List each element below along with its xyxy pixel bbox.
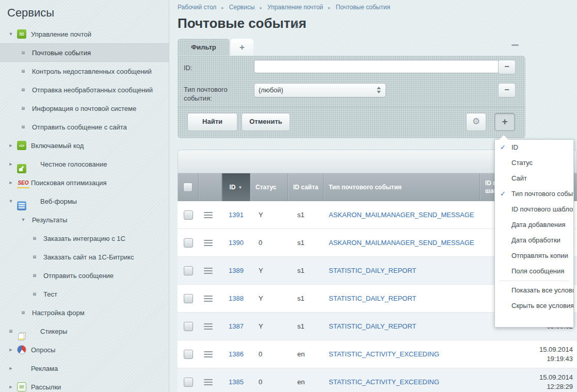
sidebar-item[interactable]: ►</>Включаемый код — [0, 136, 169, 155]
add-filter-tab[interactable]: + — [231, 39, 253, 56]
row-checkbox[interactable] — [184, 210, 193, 220]
event-type-link[interactable]: STATISTIC_DAILY_REPORT — [329, 322, 416, 330]
expand-arrow-icon[interactable]: ► — [8, 143, 13, 148]
dropdown-field-label: Сайт — [511, 174, 527, 182]
header-status[interactable]: Статус — [250, 173, 288, 201]
sidebar-item[interactable]: Информация о почтовой системе — [0, 99, 169, 118]
sidebar-item[interactable]: Отправить сообщение с сайта — [0, 118, 169, 136]
tab-filter[interactable]: Фильтр — [178, 39, 230, 56]
dropdown-field-label: ID почтового шаблона — [511, 205, 573, 213]
expand-arrow-icon[interactable]: ► — [8, 366, 13, 371]
sidebar-item[interactable]: ►SEOПоисковая оптимизация — [0, 173, 169, 192]
row-event-type-cell: STATISTIC_ACTIVITY_EXCEEDING — [324, 368, 480, 392]
breadcrumb-link[interactable]: Рабочий стол — [178, 4, 216, 11]
row-checkbox[interactable] — [184, 294, 193, 303]
filter-settings-gear-icon[interactable]: ⚙ — [466, 113, 486, 131]
sidebar-item[interactable]: ►Реклама — [0, 359, 169, 378]
event-id-link[interactable]: 1391 — [229, 211, 244, 219]
favorite-star-icon[interactable]: ☆ — [292, 19, 302, 31]
sidebar-item[interactable]: ►✉Рассылки — [0, 378, 169, 392]
id-field-input[interactable] — [254, 60, 499, 73]
sidebar-item[interactable]: Стикеры — [0, 322, 169, 340]
dropdown-field-item[interactable]: Сайт — [495, 171, 573, 186]
sidebar-item-label: Управление почтой — [31, 30, 91, 38]
dropdown-field-item[interactable]: Дата добавления — [495, 217, 573, 233]
header-event-type[interactable]: Тип почтового события — [324, 173, 480, 201]
row-actions-menu-icon[interactable] — [204, 240, 213, 246]
find-button[interactable]: Найти — [187, 113, 237, 131]
event-id-link[interactable]: 1386 — [229, 350, 244, 358]
event-type-select[interactable]: (любой) — [254, 83, 386, 97]
row-checkbox[interactable] — [184, 378, 193, 387]
remove-type-condition-button[interactable]: − — [498, 83, 516, 97]
row-checkbox[interactable] — [184, 322, 193, 331]
minimize-filter-icon[interactable] — [511, 44, 519, 46]
dropdown-field-item[interactable]: Отправлять копии — [495, 248, 573, 264]
breadcrumb-link[interactable]: Управление почтой — [267, 4, 323, 11]
dropdown-field-item[interactable]: ✓Тип почтового события — [495, 186, 573, 202]
sidebar-item[interactable]: ▼Результаты — [0, 210, 169, 229]
sidebar-item[interactable]: ►Опросы — [0, 340, 169, 359]
event-type-link[interactable]: ASKARON_MAILMANAGER_SEND_MESSAGE — [329, 239, 474, 247]
breadcrumb-link[interactable]: Почтовые события — [336, 4, 390, 11]
row-actions-menu-icon[interactable] — [204, 212, 213, 218]
event-type-link[interactable]: STATISTIC_DAILY_REPORT — [329, 267, 416, 274]
sidebar-item-label: Опросы — [31, 346, 55, 354]
event-id-link[interactable]: 1388 — [229, 295, 244, 302]
row-checkbox[interactable] — [184, 350, 193, 359]
dropdown-field-item[interactable]: Дата обработки — [495, 233, 573, 248]
row-actions-menu-icon[interactable] — [204, 351, 213, 357]
sidebar-item-selected[interactable]: Почтовые события — [0, 43, 169, 62]
expand-arrow-icon[interactable]: ► — [8, 347, 13, 352]
row-site-cell: s1 — [288, 201, 324, 228]
event-id-link[interactable]: 1385 — [229, 378, 244, 386]
event-type-link[interactable]: STATISTIC_ACTIVITY_EXCEEDING — [329, 350, 439, 358]
expand-arrow-icon[interactable]: ► — [8, 384, 13, 389]
dropdown-field-item[interactable]: Поля сообщения — [495, 264, 573, 279]
dropdown-action-item[interactable]: Показать все условия — [495, 283, 573, 298]
dropdown-action-item[interactable]: Скрыть все условия — [495, 298, 573, 314]
sidebar-item[interactable]: ►Честное голосование — [0, 155, 169, 173]
row-actions-menu-icon[interactable] — [204, 323, 213, 330]
sidebar-item-label: Включаемый код — [31, 142, 84, 150]
time-line: 19:19:43 — [547, 354, 573, 364]
sidebar-item[interactable]: Заказать сайт на 1С-Битрикс — [0, 248, 169, 266]
event-type-link[interactable]: STATISTIC_DAILY_REPORT — [329, 295, 416, 302]
row-checkbox-cell — [178, 229, 199, 256]
collapse-arrow-icon[interactable]: ▼ — [8, 199, 13, 204]
sidebar-item[interactable]: Отправка необработанных сообщений — [0, 80, 169, 99]
header-id[interactable]: ID ▼ — [222, 173, 250, 201]
cancel-button[interactable]: Отменить — [242, 113, 290, 131]
event-id-link[interactable]: 1390 — [229, 239, 244, 247]
collapse-arrow-icon[interactable]: ▼ — [21, 217, 26, 222]
sidebar-item[interactable]: Тест — [0, 285, 169, 303]
check-icon: ✓ — [500, 140, 506, 155]
header-site-id[interactable]: ID сайта — [288, 173, 324, 201]
sidebar-item[interactable]: ▼Веб-формы — [0, 192, 169, 210]
sidebar-item[interactable]: Заказать интеграцию с 1С — [0, 229, 169, 248]
breadcrumb-link[interactable]: Сервисы — [229, 4, 255, 11]
dropdown-field-item[interactable]: ID почтового шаблона — [495, 202, 573, 217]
remove-id-condition-button[interactable]: − — [498, 60, 516, 74]
sidebar-item[interactable]: Контроль недоставленных сообщений — [0, 62, 169, 80]
expand-arrow-icon[interactable]: ► — [8, 161, 13, 167]
sidebar-item[interactable]: Отправить сообщение — [0, 266, 169, 285]
event-type-link[interactable]: STATISTIC_ACTIVITY_EXCEEDING — [329, 378, 439, 386]
event-type-link[interactable]: ASKARON_MAILMANAGER_SEND_MESSAGE — [329, 211, 474, 219]
expand-arrow-icon[interactable]: ► — [8, 180, 13, 185]
dropdown-field-item[interactable]: ✓ID — [495, 140, 573, 155]
select-all-checkbox[interactable] — [183, 183, 193, 192]
event-id-link[interactable]: 1387 — [229, 322, 244, 330]
dropdown-field-item[interactable]: Статус — [495, 155, 573, 171]
row-checkbox[interactable] — [184, 238, 193, 248]
row-checkbox[interactable] — [184, 266, 193, 275]
event-id-link[interactable]: 1389 — [229, 267, 244, 274]
row-actions-menu-icon[interactable] — [204, 379, 213, 385]
row-actions-menu-icon[interactable] — [204, 296, 213, 302]
add-filter-field-button[interactable]: + — [494, 113, 515, 131]
sidebar-item[interactable]: Настройка форм — [0, 303, 169, 322]
row-actions-menu-icon[interactable] — [204, 268, 213, 274]
bullet-icon — [22, 70, 25, 73]
sidebar-item[interactable]: ▼✉Управление почтой — [0, 25, 169, 43]
collapse-arrow-icon[interactable]: ▼ — [8, 31, 13, 37]
